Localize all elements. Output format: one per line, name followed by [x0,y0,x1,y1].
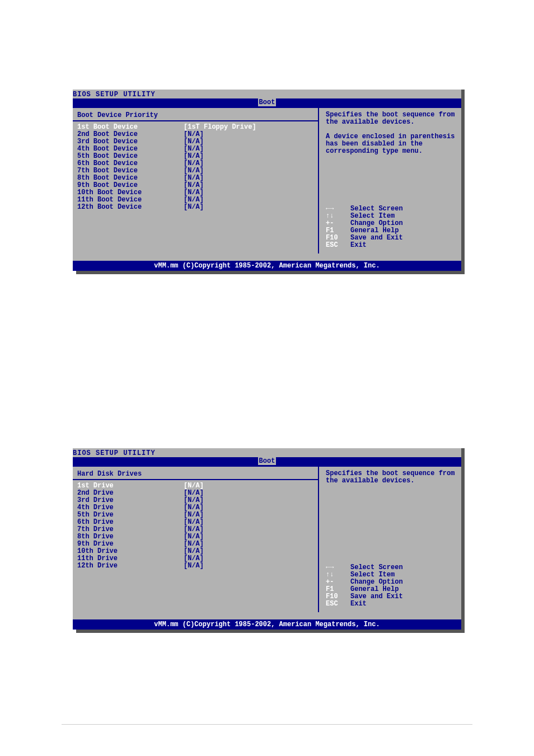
settings-panel: Hard Disk Drives1st Drive[N/A]2nd Drive[… [73,467,319,612]
nav-key: ESC [326,600,350,608]
help-text: Specifies the boot sequence from the ava… [326,470,456,485]
help-text: Specifies the boot sequence from the ava… [326,111,456,155]
bios-title: BIOS SETUP UTILITY [73,448,461,457]
divider [73,479,318,480]
nav-hint-row: ESCExit [326,242,403,249]
divider [73,120,318,121]
nav-key: ESC [326,242,350,249]
bios-window: BIOS SETUP UTILITYBootBoot Device Priori… [73,90,461,271]
panel-heading: Hard Disk Drives [77,470,313,478]
copyright-footer: vMM.mm (C)Copyright 1985-2002, American … [73,619,461,630]
nav-action: Exit [350,242,367,249]
boot-item-value[interactable]: [N/A] [184,562,204,570]
tab-boot[interactable]: Boot [258,98,277,106]
boot-item-label: 12th Boot Device [77,204,184,211]
boot-item-row[interactable]: 12th Boot Device[N/A] [77,204,313,211]
nav-hint-row: ESCExit [326,600,403,608]
tab-bar: Boot [73,98,461,107]
copyright-footer: vMM.mm (C)Copyright 1985-2002, American … [73,261,461,271]
settings-panel: Boot Device Priority1st Boot Device[1sT … [73,108,319,253]
tab-bar: Boot [73,457,461,466]
boot-item-label: 12th Drive [77,562,184,570]
help-panel: Specifies the boot sequence from the ava… [320,108,461,253]
bios-title: BIOS SETUP UTILITY [73,90,461,98]
nav-action: Exit [350,600,367,608]
help-panel: Specifies the boot sequence from the ava… [320,467,461,612]
boot-item-value[interactable]: [N/A] [184,204,204,211]
page-divider [62,724,472,725]
nav-hints: ←→Select Screen↑↓Select Item+-Change Opt… [326,564,403,608]
bios-window: BIOS SETUP UTILITYBootHard Disk Drives1s… [73,448,461,630]
boot-item-row[interactable]: 12th Drive[N/A] [77,562,313,570]
nav-hints: ←→Select Screen↑↓Select Item+-Change Opt… [326,205,403,249]
tab-boot[interactable]: Boot [258,457,277,465]
panel-heading: Boot Device Priority [77,111,313,119]
